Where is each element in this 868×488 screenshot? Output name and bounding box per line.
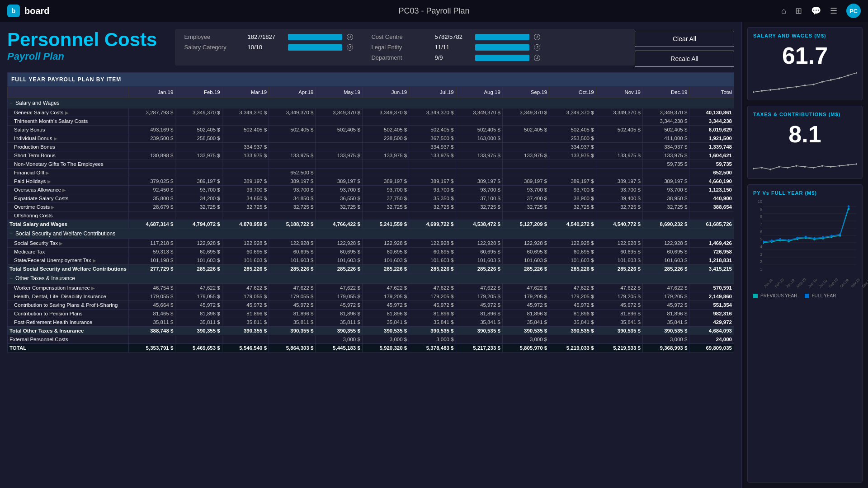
cell: [269, 211, 316, 220]
cell: 1,123,150: [689, 186, 734, 194]
cell: 60,695 $: [362, 248, 409, 256]
cell: 388,654: [689, 203, 734, 211]
cell: [269, 134, 316, 143]
salary-category-reset[interactable]: ↺: [347, 44, 353, 51]
salary-category-value: 10/10: [247, 44, 283, 51]
cell: 35,841 $: [456, 318, 502, 327]
cell: [596, 211, 642, 220]
cell: 5,469,653 $: [175, 344, 222, 352]
cell: 389,197 $: [409, 177, 456, 186]
grid-icon[interactable]: ⊞: [795, 6, 802, 16]
cell: 389,197 $: [222, 177, 269, 186]
cell: 32,725 $: [269, 203, 316, 211]
clear-all-button[interactable]: Clear All: [635, 31, 734, 47]
recalc-all-button[interactable]: Recalc All: [635, 51, 734, 67]
cell: 390,535 $: [409, 327, 456, 335]
cell: 5,219,033 $: [549, 344, 596, 352]
cell: 389,197 $: [549, 177, 596, 186]
cell: 117,218 $: [129, 239, 175, 248]
cell: [362, 117, 409, 126]
cell: 3,000 $: [502, 335, 549, 344]
cell: 3,000 $: [642, 335, 689, 344]
cell: 101,603 $: [222, 256, 269, 265]
row-name: Paid Holidays ▶: [8, 177, 129, 186]
cell: 122,928 $: [642, 239, 689, 248]
cell: 389,197 $: [175, 177, 222, 186]
cell: 179,205 $: [362, 292, 409, 301]
cell: [549, 335, 596, 344]
cell: 390,355 $: [269, 327, 316, 335]
cell: 5,241,559 $: [362, 220, 409, 229]
cell: 367,500 $: [409, 134, 456, 143]
department-reset[interactable]: ↺: [534, 55, 540, 61]
prev-year-dot: [753, 294, 758, 298]
cell: 101,603 $: [269, 256, 316, 265]
payroll-table-container: FULL YEAR PAYROLL PLAN BY ITEM Jan.19 Fe…: [7, 72, 734, 481]
cell: 285,226 $: [502, 265, 549, 273]
chat-icon[interactable]: 💬: [811, 6, 821, 16]
cell: 34,850 $: [269, 194, 316, 203]
svg-point-10: [839, 77, 840, 79]
legal-entity-reset[interactable]: ↺: [534, 44, 540, 51]
cost-centre-reset[interactable]: ↺: [534, 34, 540, 40]
cell: 36,550 $: [316, 194, 362, 203]
cell: [362, 160, 409, 169]
cell: 35,811 $: [316, 318, 362, 327]
svg-point-54: [830, 235, 833, 237]
cell: 1,921,500: [689, 134, 734, 143]
cell: 411,000 $: [642, 134, 689, 143]
cell: 4,684,093: [689, 327, 734, 335]
cell: 47,622 $: [456, 284, 502, 292]
cell: [409, 169, 456, 177]
cell: [175, 143, 222, 151]
cell: [362, 143, 409, 151]
cell: [269, 117, 316, 126]
cell: 5,127,209 $: [502, 220, 549, 229]
cell: [269, 335, 316, 344]
cell: 32,725 $: [456, 203, 502, 211]
cell: 47,622 $: [642, 284, 689, 292]
right-panel: SALARY AND WAGES (M$) 61.7: [741, 22, 868, 488]
cell: 334,937 $: [549, 143, 596, 151]
row-name: Medicare Tax: [8, 248, 129, 256]
cell: 1,218,831: [689, 256, 734, 265]
home-icon[interactable]: ⌂: [781, 6, 786, 16]
avatar[interactable]: PC: [846, 4, 861, 18]
cell: 35,841 $: [502, 318, 549, 327]
cell: 47,622 $: [502, 284, 549, 292]
cell: 5,188,722 $: [269, 220, 316, 229]
cell: 258,500 $: [175, 134, 222, 143]
salary-category-label: Salary Category: [184, 44, 243, 51]
cell: 93,700 $: [269, 186, 316, 194]
logo-text: board: [24, 6, 50, 16]
section-header: −Other Taxes & Insurance: [8, 273, 734, 284]
svg-point-20: [813, 167, 815, 169]
cell: 35,811 $: [222, 318, 269, 327]
cell: 179,055 $: [269, 292, 316, 301]
salary-wages-value: 61.7: [753, 42, 857, 69]
menu-icon[interactable]: ☰: [830, 6, 837, 16]
cell: 81,896 $: [456, 310, 502, 318]
col-sep: Sep.19: [502, 87, 549, 98]
employee-reset[interactable]: ↺: [347, 34, 353, 40]
cell: 37,750 $: [362, 194, 409, 203]
svg-point-55: [839, 233, 841, 235]
employee-value: 1827/1827: [247, 33, 283, 40]
cell: 502,405 $: [409, 126, 456, 134]
cell: 35,800 $: [129, 194, 175, 203]
row-name: Individual Bonus ▶: [8, 134, 129, 143]
py-chart-card: PY Vs FULL YEAR (M$) 10 9 8 7 6 5 4 3 2 …: [747, 184, 863, 483]
cell: 1,339,748: [689, 143, 734, 151]
cell: 3,349,370 $: [596, 108, 642, 117]
cell: 46,754 $: [129, 284, 175, 292]
row-name: Overtime Costs ▶: [8, 203, 129, 211]
cell: 133,975 $: [175, 151, 222, 160]
cell: 3,000 $: [316, 335, 362, 344]
cell: 726,958: [689, 248, 734, 256]
employee-label: Employee: [184, 33, 243, 40]
cell: 93,700 $: [549, 186, 596, 194]
cell: [502, 134, 549, 143]
py-chart-area: 10 9 8 7 6 5 4 3 2 1: [753, 199, 857, 281]
cell: 38,900 $: [549, 194, 596, 203]
cell: [596, 160, 642, 169]
